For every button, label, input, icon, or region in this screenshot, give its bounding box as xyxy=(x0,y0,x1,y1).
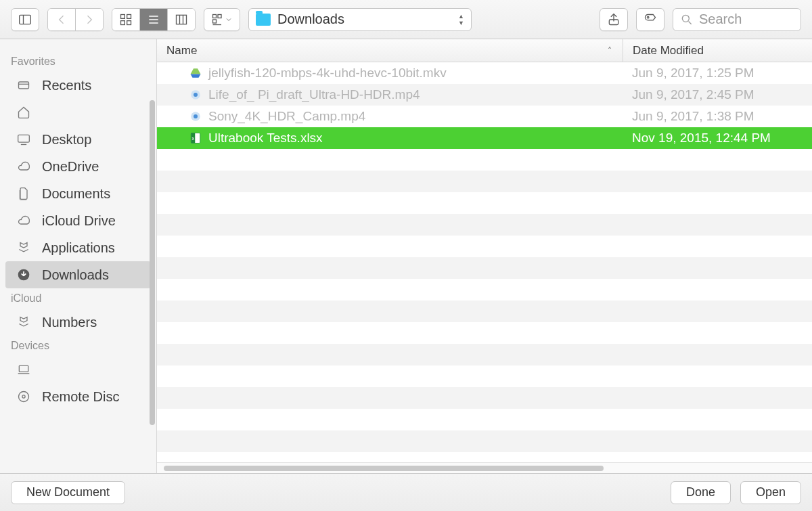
svg-point-27 xyxy=(22,395,25,398)
icon-view-button[interactable] xyxy=(112,8,139,31)
search-placeholder: Search xyxy=(699,12,742,27)
empty-row xyxy=(157,387,812,409)
list-view-button[interactable] xyxy=(139,8,167,31)
done-button[interactable]: Done xyxy=(671,481,731,504)
cloud-icon xyxy=(15,158,32,175)
sidebar-item-label: iCloud Drive xyxy=(42,213,116,229)
view-mode-group xyxy=(112,8,196,31)
share-icon xyxy=(607,13,621,26)
file-row[interactable]: Life_of_ Pi_draft_Ultra-HD-HDR.mp4Jun 9,… xyxy=(157,84,812,106)
svg-point-17 xyxy=(647,16,649,18)
sidebar-item-recents[interactable]: Recents xyxy=(0,72,156,99)
stepper-icon: ▲▼ xyxy=(458,14,464,26)
file-row[interactable]: Sony_4K_HDR_Camp.mp4Jun 9, 2017, 1:38 PM xyxy=(157,106,812,127)
svg-point-18 xyxy=(682,15,689,22)
svg-point-31 xyxy=(194,93,198,97)
sidebar-item-documents[interactable]: Documents xyxy=(0,180,156,207)
file-name: Sony_4K_HDR_Camp.mp4 xyxy=(208,109,365,124)
sidebar-item-label: Numbers xyxy=(42,315,97,330)
sidebar-item-remote-disc[interactable]: Remote Disc xyxy=(0,383,156,410)
svg-rect-9 xyxy=(177,15,187,24)
toggle-sidebar-button[interactable] xyxy=(11,8,39,31)
toolbar: Downloads ▲▼ Search xyxy=(0,0,812,39)
forward-button[interactable] xyxy=(75,8,103,31)
sidebar-section-label: iCloud xyxy=(0,288,156,309)
empty-row xyxy=(157,430,812,452)
empty-row xyxy=(157,279,812,301)
sidebar-item-desktop[interactable]: Desktop xyxy=(0,126,156,153)
empty-row xyxy=(157,192,812,214)
sidebar-item-onedrive[interactable]: OneDrive xyxy=(0,153,156,180)
chevron-down-icon xyxy=(225,13,233,26)
home-icon xyxy=(15,104,32,120)
scrollbar-thumb[interactable] xyxy=(164,466,604,471)
xlsx-file-icon: x xyxy=(189,132,202,144)
svg-point-33 xyxy=(194,114,198,118)
sidebar-item-label: OneDrive xyxy=(42,159,99,175)
file-name: Life_of_ Pi_draft_Ultra-HD-HDR.mp4 xyxy=(208,87,420,102)
svg-rect-4 xyxy=(121,20,125,24)
column-view-button[interactable] xyxy=(167,8,195,31)
sidebar-item-home[interactable] xyxy=(0,99,156,126)
column-header: Name ˄ Date Modified xyxy=(157,39,812,62)
recents-icon xyxy=(15,77,32,93)
drive-file-icon xyxy=(189,67,202,79)
file-row[interactable]: xUltrabook Tests.xlsxNov 19, 2015, 12:44… xyxy=(157,127,812,149)
group-by-button[interactable] xyxy=(204,8,240,31)
file-modified: Nov 19, 2015, 12:44 PM xyxy=(623,131,812,146)
path-label: Downloads xyxy=(277,12,344,27)
search-field[interactable]: Search xyxy=(673,8,801,31)
empty-row xyxy=(157,149,812,171)
empty-row xyxy=(157,301,812,322)
svg-text:x: x xyxy=(191,135,194,141)
quicktime-file-icon xyxy=(189,89,202,101)
body: FavoritesRecentsDesktopOneDriveDocuments… xyxy=(0,39,812,473)
empty-row xyxy=(157,322,812,344)
column-name-header[interactable]: Name ˄ xyxy=(157,44,623,58)
back-button[interactable] xyxy=(48,8,75,31)
share-button[interactable] xyxy=(600,8,628,31)
column-modified-header[interactable]: Date Modified xyxy=(623,39,812,62)
chevron-left-icon xyxy=(55,13,68,26)
open-button[interactable]: Open xyxy=(740,481,801,504)
horizontal-scrollbar[interactable] xyxy=(157,462,812,473)
disc-icon xyxy=(15,388,32,405)
file-modified: Jun 9, 2017, 1:38 PM xyxy=(623,109,812,124)
group-icon xyxy=(211,13,225,26)
path-popup[interactable]: Downloads ▲▼ xyxy=(248,8,472,31)
svg-rect-14 xyxy=(213,20,217,23)
svg-rect-3 xyxy=(127,14,131,18)
file-modified: Jun 9, 2017, 2:45 PM xyxy=(623,87,812,102)
sidebar-item-label: Applications xyxy=(42,240,115,256)
sidebar-item-label: Remote Disc xyxy=(42,389,119,405)
file-list[interactable]: jellyfish-120-mbps-4k-uhd-hevc-10bit.mkv… xyxy=(157,62,812,462)
svg-point-26 xyxy=(19,392,29,402)
file-row[interactable]: jellyfish-120-mbps-4k-uhd-hevc-10bit.mkv… xyxy=(157,62,812,84)
svg-rect-12 xyxy=(213,14,217,18)
sidebar-item-laptop[interactable] xyxy=(0,356,156,383)
sidebar[interactable]: FavoritesRecentsDesktopOneDriveDocuments… xyxy=(0,39,157,473)
list-icon xyxy=(147,13,160,26)
applications-icon xyxy=(15,314,32,330)
empty-row xyxy=(157,409,812,430)
sidebar-item-numbers[interactable]: Numbers xyxy=(0,309,156,336)
sidebar-item-label: Desktop xyxy=(42,132,91,148)
sidebar-item-icloud-drive[interactable]: iCloud Drive xyxy=(0,207,156,234)
svg-marker-28 xyxy=(191,68,201,74)
sidebar-scrollbar[interactable] xyxy=(150,100,155,425)
empty-row xyxy=(157,365,812,387)
footer: New Document Done Open xyxy=(0,473,812,511)
svg-line-19 xyxy=(689,21,692,24)
sidebar-icon xyxy=(18,13,32,26)
sidebar-section-label: Favorites xyxy=(0,51,156,72)
svg-rect-20 xyxy=(19,82,29,89)
downloads-icon xyxy=(15,267,32,283)
sidebar-item-applications[interactable]: Applications xyxy=(0,234,156,261)
file-name: jellyfish-120-mbps-4k-uhd-hevc-10bit.mkv xyxy=(208,66,447,81)
file-name: Ultrabook Tests.xlsx xyxy=(208,131,323,146)
search-icon xyxy=(680,13,694,26)
new-document-button[interactable]: New Document xyxy=(11,481,125,504)
tags-button[interactable] xyxy=(636,8,664,31)
tag-icon xyxy=(644,13,657,26)
sidebar-item-downloads[interactable]: Downloads xyxy=(5,261,151,288)
